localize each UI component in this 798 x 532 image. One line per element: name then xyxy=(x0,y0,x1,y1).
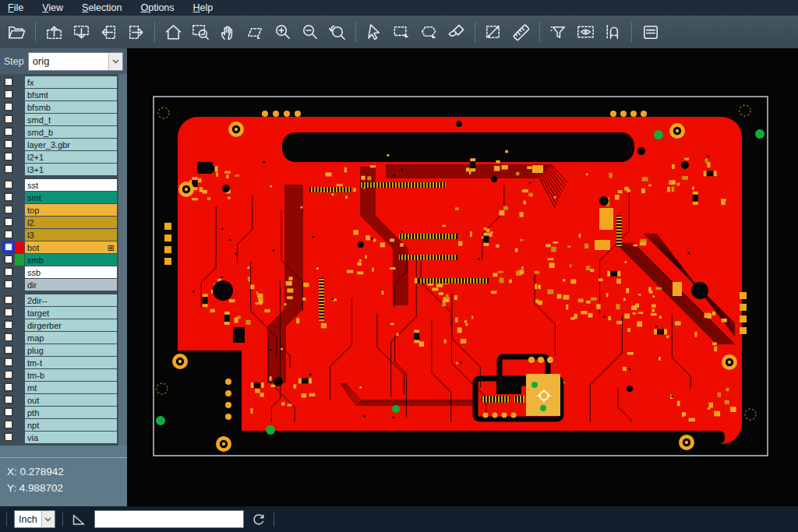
layer-name-label[interactable]: bfsmb xyxy=(25,101,117,113)
zoom-window-button[interactable] xyxy=(187,18,214,46)
layer-visibility-checkbox[interactable] xyxy=(4,127,13,136)
layer-visibility-checkbox[interactable] xyxy=(4,295,13,305)
layer-row-l2[interactable]: l2 xyxy=(2,217,117,228)
chevron-down-icon[interactable] xyxy=(108,53,122,70)
layer-visibility-checkbox[interactable] xyxy=(4,280,13,289)
layer-row-via[interactable]: via xyxy=(2,432,117,443)
layer-row-tm-b[interactable]: tm-b xyxy=(2,369,117,381)
layer-row-plug[interactable]: plug xyxy=(2,344,117,356)
layer-row-smb[interactable]: smb xyxy=(2,254,117,266)
layer-row-dirgerber[interactable]: dirgerber xyxy=(2,319,117,331)
clear-highlight-button[interactable] xyxy=(443,18,470,46)
zoom-selection-button[interactable] xyxy=(242,18,269,46)
layer-name-label[interactable]: l2 xyxy=(25,217,117,228)
layer-visibility-checkbox[interactable] xyxy=(4,180,13,189)
layer-name-label[interactable]: l3+1 xyxy=(25,164,117,175)
menu-file[interactable]: File xyxy=(8,2,23,13)
layer-name-label[interactable]: mt xyxy=(25,382,117,393)
layer-visibility-checkbox[interactable] xyxy=(4,308,13,317)
layer-row-bot[interactable]: bot⊞ xyxy=(2,241,117,253)
layer-visibility-checkbox[interactable] xyxy=(4,358,13,367)
layer-name-label[interactable]: l3 xyxy=(25,229,117,241)
layer-row-out[interactable]: out xyxy=(2,394,117,406)
layer-name-label[interactable]: l2+1 xyxy=(25,151,117,163)
zoom-previous-button[interactable] xyxy=(323,18,351,46)
display-options-button[interactable] xyxy=(572,18,599,46)
layer-row-smt[interactable]: smt xyxy=(2,192,117,203)
layer-name-label[interactable]: dirgerber xyxy=(25,319,117,331)
layer-color-swatch[interactable] xyxy=(15,241,24,253)
layer-row-target[interactable]: target xyxy=(2,307,117,319)
move-view-down-button[interactable] xyxy=(68,18,95,46)
select-rectangle-button[interactable] xyxy=(388,18,415,46)
snap-button[interactable] xyxy=(599,18,627,46)
layer-color-swatch[interactable] xyxy=(15,254,24,266)
layer-row-l3+1[interactable]: l3+1 xyxy=(2,164,117,175)
layer-row-bfsmt[interactable]: bfsmt xyxy=(2,89,117,100)
layer-row-2dir--[interactable]: 2dir-- xyxy=(2,294,117,306)
layer-name-label[interactable]: via xyxy=(25,432,117,443)
step-dropdown[interactable]: orig xyxy=(28,52,123,71)
layer-name-label[interactable]: top xyxy=(25,204,117,216)
layer-name-label[interactable]: out xyxy=(25,394,117,406)
zoom-out-button[interactable] xyxy=(296,18,323,46)
layer-name-label[interactable]: map xyxy=(25,332,117,344)
layer-name-label[interactable]: sst xyxy=(25,179,117,191)
menu-selection[interactable]: Selection xyxy=(82,2,122,13)
layer-visibility-checkbox[interactable] xyxy=(4,77,13,86)
layer-visibility-checkbox[interactable] xyxy=(4,320,13,329)
layer-visibility-checkbox[interactable] xyxy=(4,407,13,417)
pcb-canvas[interactable] xyxy=(127,48,798,506)
zoom-in-button[interactable] xyxy=(269,18,296,46)
select-button[interactable] xyxy=(361,18,388,46)
layer-row-layer_3.gbr[interactable]: layer_3.gbr xyxy=(2,139,117,150)
layer-visibility-checkbox[interactable] xyxy=(4,395,13,404)
move-view-left-button[interactable] xyxy=(95,18,122,46)
layer-name-label[interactable]: tm-b xyxy=(25,369,117,381)
layer-visibility-checkbox[interactable] xyxy=(4,255,13,264)
layer-name-label[interactable]: ssb xyxy=(25,266,117,278)
layer-name-label[interactable]: smt xyxy=(25,192,117,203)
log-panel-button[interactable] xyxy=(637,18,664,46)
layer-row-smd_b[interactable]: smd_b xyxy=(2,126,117,138)
layer-visibility-checkbox[interactable] xyxy=(4,420,13,429)
layer-name-label[interactable]: tm-t xyxy=(25,357,117,368)
refresh-icon[interactable] xyxy=(251,512,267,527)
layer-visibility-checkbox[interactable] xyxy=(4,152,13,161)
measure-ruler-button[interactable] xyxy=(507,18,535,46)
measure-line-button[interactable] xyxy=(480,18,507,46)
layer-row-top[interactable]: top xyxy=(2,204,117,216)
layer-visibility-checkbox[interactable] xyxy=(4,164,13,174)
layer-name-label[interactable]: npt xyxy=(25,419,117,431)
layer-name-label[interactable]: 2dir-- xyxy=(25,294,117,306)
layer-visibility-checkbox[interactable] xyxy=(4,382,13,392)
layer-row-npt[interactable]: npt xyxy=(2,419,117,431)
home-view-button[interactable] xyxy=(160,18,187,46)
filter-button[interactable] xyxy=(545,18,572,46)
layer-row-l3[interactable]: l3 xyxy=(2,229,117,241)
layer-row-mt[interactable]: mt xyxy=(2,382,117,393)
layer-visibility-checkbox[interactable] xyxy=(4,267,13,277)
layer-row-map[interactable]: map xyxy=(2,332,117,344)
layer-name-label[interactable]: fx xyxy=(25,76,117,88)
layer-name-label[interactable]: smb xyxy=(25,254,117,266)
layer-visibility-checkbox[interactable] xyxy=(4,230,13,239)
layer-name-label[interactable]: plug xyxy=(25,344,117,356)
layer-visibility-checkbox[interactable] xyxy=(4,370,13,379)
layer-row-l2+1[interactable]: l2+1 xyxy=(2,151,117,163)
chevron-down-icon[interactable] xyxy=(41,511,55,527)
layer-visibility-checkbox[interactable] xyxy=(4,205,13,214)
layer-row-ssb[interactable]: ssb xyxy=(2,266,117,278)
menu-options[interactable]: Options xyxy=(140,2,174,13)
open-file-button[interactable] xyxy=(3,18,30,46)
layer-row-sst[interactable]: sst xyxy=(2,179,117,191)
move-view-right-button[interactable] xyxy=(122,18,150,46)
unit-dropdown[interactable]: Inch xyxy=(14,510,55,528)
layer-visibility-checkbox[interactable] xyxy=(4,333,13,342)
layer-row-smd_t[interactable]: smd_t xyxy=(2,114,117,125)
layer-visibility-checkbox[interactable] xyxy=(4,90,13,99)
layer-visibility-checkbox[interactable] xyxy=(4,115,13,124)
layer-name-label[interactable]: layer_3.gbr xyxy=(25,139,117,150)
layer-name-label[interactable]: dir xyxy=(25,279,117,291)
move-view-up-button[interactable] xyxy=(41,18,68,46)
